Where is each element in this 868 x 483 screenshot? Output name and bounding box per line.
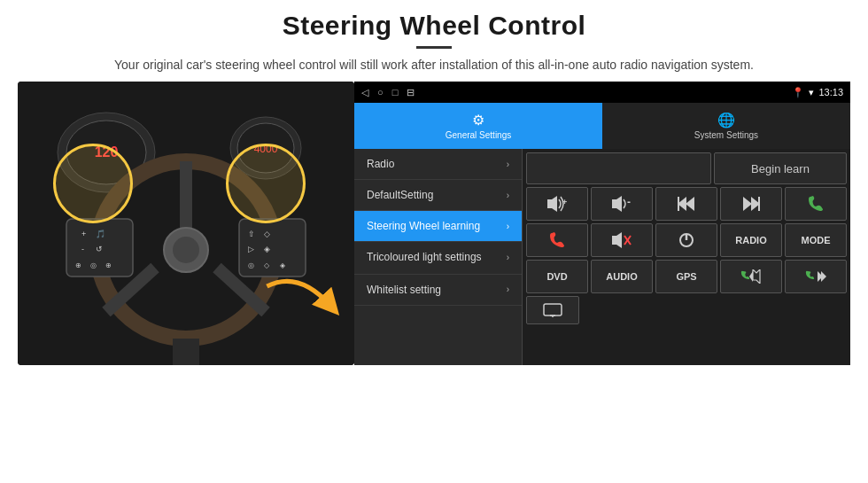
svg-rect-37 (678, 197, 679, 211)
page-container: Steering Wheel Control Your original car… (0, 0, 868, 483)
gps-button[interactable]: GPS (655, 260, 717, 293)
svg-text:🎵: 🎵 (96, 229, 106, 239)
chevron-icon: › (507, 191, 509, 200)
menu-item-whitelist[interactable]: Whitelist setting › (354, 275, 522, 306)
tab-general-settings[interactable]: ⚙ General Settings (354, 103, 602, 149)
display-button[interactable] (526, 296, 579, 324)
steering-wheel-section: 120 4000 (18, 82, 354, 365)
audio-button[interactable]: AUDIO (591, 260, 653, 293)
wifi-icon: ▾ (809, 87, 814, 98)
title-divider (416, 46, 452, 49)
svg-text:+: + (562, 198, 567, 206)
svg-text:▷: ▷ (248, 245, 254, 253)
svg-marker-33 (612, 196, 622, 212)
radio-button[interactable]: RADIO (720, 223, 782, 257)
menu-item-default[interactable]: DefaultSetting › (354, 180, 522, 211)
controls-row-4 (526, 296, 847, 324)
status-bar-right: 📍 ▾ 13:13 (792, 87, 843, 98)
controls-panel: Begin learn + - (523, 149, 850, 365)
general-settings-icon: ⚙ (472, 112, 484, 129)
call-end-button[interactable] (526, 223, 588, 257)
svg-text:⊕: ⊕ (75, 261, 81, 269)
chevron-icon: › (507, 222, 509, 231)
status-bar: ◁ ○ □ ⊟ 📍 ▾ 13:13 (354, 82, 850, 103)
subtitle-text: Your original car's steering wheel contr… (97, 56, 771, 74)
begin-learn-row: Begin learn (526, 152, 847, 184)
volume-up-button[interactable]: + (526, 187, 588, 221)
chevron-icon: › (507, 160, 509, 169)
svg-text:⊕: ⊕ (105, 261, 112, 269)
power-button[interactable] (655, 223, 717, 257)
menu-item-steering[interactable]: Steering Wheel learning › (354, 211, 522, 242)
svg-marker-41 (612, 232, 622, 248)
back-icon: ◁ (361, 87, 368, 98)
tab-system-label: System Settings (694, 130, 758, 140)
tab-system-settings[interactable]: 🌐 System Settings (602, 103, 850, 149)
content-area: 120 4000 (0, 82, 868, 483)
controls-row-1: + - (526, 187, 847, 221)
tab-general-label: General Settings (446, 130, 512, 140)
svg-text:◎: ◎ (90, 261, 97, 269)
circle-highlight-right (226, 144, 306, 223)
svg-marker-36 (686, 197, 694, 211)
location-icon: 📍 (792, 87, 804, 98)
main-content: Radio › DefaultSetting › Steering Wheel … (354, 149, 850, 365)
recents-icon: □ (392, 87, 399, 97)
menu-item-radio[interactable]: Radio › (354, 149, 522, 180)
svg-rect-40 (758, 197, 760, 211)
dvd-button[interactable]: DVD (526, 260, 588, 293)
page-title: Steering Wheel Control (53, 11, 815, 41)
status-bar-nav-icons: ◁ ○ □ ⊟ (361, 87, 415, 98)
svg-text:-: - (81, 245, 84, 253)
home-icon: ○ (377, 87, 384, 97)
svg-marker-39 (743, 197, 752, 211)
left-menu: Radio › DefaultSetting › Steering Wheel … (354, 149, 523, 365)
begin-learn-button[interactable]: Begin learn (714, 152, 847, 184)
system-settings-icon: 🌐 (717, 112, 735, 129)
headunit-section: ◁ ○ □ ⊟ 📍 ▾ 13:13 ⚙ General Settings (354, 82, 850, 365)
volume-down-button[interactable]: - (591, 187, 653, 221)
svg-text:◈: ◈ (264, 245, 270, 253)
header-section: Steering Wheel Control Your original car… (0, 0, 868, 82)
mode-button[interactable]: MODE (785, 223, 847, 257)
svg-point-12 (173, 237, 199, 263)
svg-rect-50 (544, 304, 562, 316)
svg-text:↺: ↺ (96, 245, 103, 253)
svg-text:+: + (81, 230, 86, 238)
controls-row-2: RADIO MODE (526, 223, 847, 257)
svg-text:◈: ◈ (280, 261, 286, 269)
chevron-icon: › (507, 252, 509, 263)
steering-wheel-bg: 120 4000 (18, 82, 354, 365)
status-time: 13:13 (818, 87, 843, 97)
svg-text:◇: ◇ (264, 261, 270, 269)
svg-marker-46 (753, 269, 760, 284)
chevron-icon: › (507, 284, 509, 294)
svg-marker-47 (749, 271, 753, 282)
svg-rect-29 (173, 339, 199, 365)
tel-prev-button[interactable] (720, 260, 782, 293)
screenshot-icon: ⊟ (407, 87, 415, 98)
menu-item-tricoloured[interactable]: Tricoloured light settings › (354, 242, 522, 275)
mute-button[interactable] (591, 223, 653, 257)
svg-text:◎: ◎ (248, 261, 254, 269)
tab-bar: ⚙ General Settings 🌐 System Settings (354, 103, 850, 149)
svg-marker-31 (547, 196, 557, 212)
call-answer-button[interactable] (785, 187, 847, 221)
controls-row-3: DVD AUDIO GPS (526, 260, 847, 293)
svg-marker-49 (821, 271, 826, 282)
prev-track-button[interactable] (655, 187, 717, 221)
svg-text:⇧: ⇧ (248, 230, 255, 238)
svg-text:-: - (627, 196, 631, 208)
next-track-button[interactable] (720, 187, 782, 221)
tel-next-button[interactable] (785, 260, 847, 293)
circle-highlight-left (53, 144, 133, 223)
learn-input-area (526, 152, 711, 184)
svg-text:◇: ◇ (264, 230, 270, 238)
